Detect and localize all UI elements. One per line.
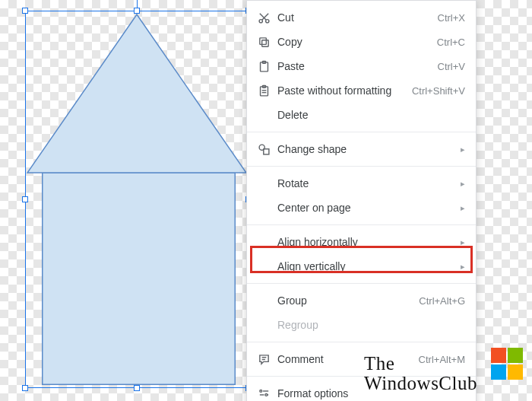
menu-shortcut: Ctrl+V <box>438 61 465 72</box>
menu-item-paste[interactable]: Paste Ctrl+V <box>247 54 476 78</box>
menu-label: Copy <box>277 36 428 48</box>
menu-item-align-horizontally[interactable]: Align horizontally ▸ <box>247 230 476 254</box>
menu-label: Align horizontally <box>277 236 450 248</box>
menu-shortcut: Ctrl+Alt+G <box>419 295 465 307</box>
format-options-icon <box>258 387 277 400</box>
windows-logo-icon <box>491 348 524 381</box>
selection-bounding-box <box>25 11 249 388</box>
submenu-arrow-icon: ▸ <box>459 237 465 247</box>
menu-label: Change shape <box>277 143 450 155</box>
menu-shortcut: Ctrl+X <box>438 12 465 24</box>
menu-item-rotate[interactable]: Rotate ▸ <box>247 171 476 196</box>
svg-point-3 <box>266 19 269 22</box>
resize-handle-n[interactable] <box>134 8 140 14</box>
menu-separator <box>247 224 476 225</box>
submenu-arrow-icon: ▸ <box>459 179 465 189</box>
resize-handle-sw[interactable] <box>22 385 28 391</box>
svg-point-16 <box>260 390 262 392</box>
resize-handle-nw[interactable] <box>22 8 28 14</box>
menu-item-copy[interactable]: Copy Ctrl+C <box>247 30 476 54</box>
menu-label: Group <box>277 294 410 307</box>
paste-plain-icon <box>258 84 277 97</box>
resize-handle-w[interactable] <box>22 196 28 202</box>
cut-icon <box>258 11 277 24</box>
copy-icon <box>258 36 277 49</box>
context-menu: Cut Ctrl+X Copy Ctrl+C Paste Ctrl+V Past… <box>246 0 477 401</box>
menu-label: Delete <box>277 109 465 121</box>
submenu-arrow-icon: ▸ <box>459 262 465 272</box>
menu-label: Align vertically <box>277 260 450 272</box>
menu-item-paste-without-formatting[interactable]: Paste without formatting Ctrl+Shift+V <box>247 78 476 103</box>
menu-item-change-shape[interactable]: Change shape ▸ <box>247 137 476 161</box>
menu-item-align-vertically[interactable]: Align vertically ▸ <box>247 254 476 278</box>
comment-icon <box>258 353 277 366</box>
watermark-line1: The <box>364 354 477 374</box>
watermark-line2: WindowsClub <box>364 374 477 393</box>
menu-item-regroup: Regroup <box>247 313 476 337</box>
menu-item-cut[interactable]: Cut Ctrl+X <box>247 5 476 30</box>
svg-point-18 <box>265 393 268 396</box>
menu-label: Paste without formatting <box>277 84 403 97</box>
drawing-canvas[interactable]: Cut Ctrl+X Copy Ctrl+C Paste Ctrl+V Past… <box>0 0 532 401</box>
menu-label: Cut <box>277 11 429 24</box>
menu-separator <box>247 166 476 167</box>
menu-separator <box>247 342 476 342</box>
menu-label: Regroup <box>277 319 465 331</box>
resize-handle-s[interactable] <box>134 385 140 391</box>
svg-rect-4 <box>262 40 269 46</box>
menu-shortcut: Ctrl+C <box>437 37 465 48</box>
menu-separator <box>247 283 476 284</box>
menu-item-delete[interactable]: Delete <box>247 103 476 127</box>
svg-rect-13 <box>264 148 269 154</box>
watermark-text: The WindowsClub <box>364 354 477 394</box>
shapes-icon <box>258 143 277 156</box>
paste-icon <box>258 60 277 73</box>
submenu-arrow-icon: ▸ <box>459 203 465 213</box>
menu-label: Rotate <box>277 177 450 189</box>
menu-shortcut: Ctrl+Shift+V <box>412 85 465 97</box>
menu-label: Paste <box>277 60 429 72</box>
menu-label: Center on page <box>277 202 450 214</box>
menu-item-center-on-page[interactable]: Center on page ▸ <box>247 196 476 220</box>
submenu-arrow-icon: ▸ <box>459 145 465 154</box>
menu-item-group[interactable]: Group Ctrl+Alt+G <box>247 288 476 313</box>
menu-separator <box>247 132 476 132</box>
svg-rect-5 <box>260 37 267 44</box>
svg-point-2 <box>259 19 262 22</box>
